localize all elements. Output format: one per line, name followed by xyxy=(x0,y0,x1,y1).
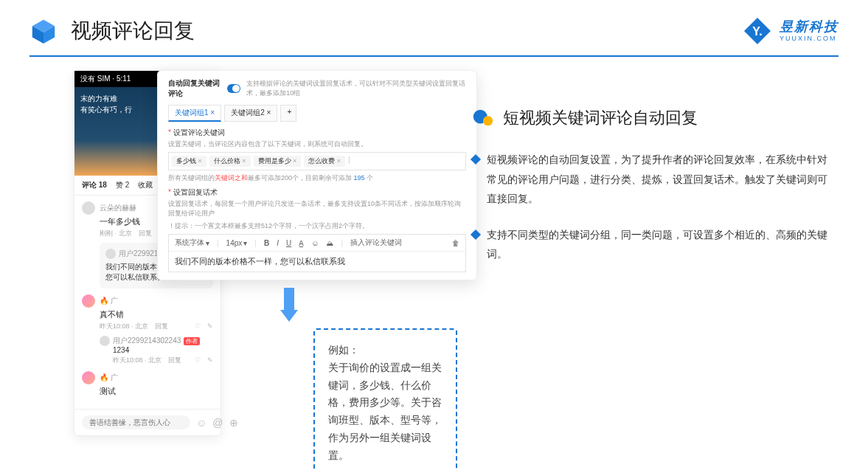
hint-charlimit: ！提示：一个富文本框最多支持512个字符，一个汉字占用2个字符。 xyxy=(168,221,466,231)
sub-reply: 用户2299214302243作者 1234 昨天10:08 · 北京 回复♡ … xyxy=(100,336,213,365)
brand-logo: Y. 昱新科技 YUUXIN.COM xyxy=(743,16,839,46)
heart-icon[interactable]: ♡ ✎ xyxy=(195,322,213,331)
keyword-tab-1[interactable]: 关键词组1 × xyxy=(168,105,221,122)
comment-user: 云朵的赫赫 xyxy=(100,203,136,213)
avatar xyxy=(82,201,95,215)
gift-icon[interactable]: ⊕ xyxy=(229,417,238,429)
underline-button[interactable]: U xyxy=(286,239,291,247)
arrow-icon xyxy=(280,288,298,323)
color-button[interactable]: A̲ xyxy=(299,239,304,247)
at-icon[interactable]: @ xyxy=(212,417,223,429)
cube-icon xyxy=(29,17,58,45)
emoji-button[interactable]: ☺ xyxy=(311,239,319,247)
label-reply: 设置回复话术 xyxy=(168,187,466,198)
editor-content[interactable]: 我们不同的版本价格不一样，您可以私信联系我 xyxy=(169,252,465,272)
logo-text-en: YUUXIN.COM xyxy=(780,35,839,42)
page-title: 视频评论回复 xyxy=(71,17,195,45)
hint-reply: 设置回复话术，每回复一个用户评论只发送一条话术，最多支持设置10条不同话术，按添… xyxy=(168,199,466,218)
insert-keyword-button[interactable]: 插入评论关键词 xyxy=(350,238,402,248)
delete-button[interactable]: 🗑 xyxy=(452,239,459,247)
bold-button[interactable]: B xyxy=(264,239,269,247)
comment-text: 测试 xyxy=(100,386,213,397)
comment-meta: 昨天10:08 · 北京 回复♡ ✎ xyxy=(113,356,213,365)
tab-favs[interactable]: 收藏 xyxy=(138,180,153,190)
logo-text-cn: 昱新科技 xyxy=(780,20,839,33)
panel-desc: 支持根据评论的关键词设置回复话术，可以针对不同类型关键词设置回复话术，最多添加1… xyxy=(246,79,466,98)
keyword-chips[interactable]: 多少钱 什么价格 费用是多少 怎么收费 | xyxy=(168,152,466,170)
size-select[interactable]: 14px ▾ xyxy=(226,239,248,247)
comment-item: 🔥 广 测试 xyxy=(82,371,213,397)
example-box: 例如： 关于询价的设置成一组关键词，多少钱、什么价格，费用多少等。关于咨询班型、… xyxy=(313,328,457,470)
example-heading: 例如： xyxy=(328,342,442,359)
editor: 系统字体 ▾ | 14px ▾ | B I U A̲ ☺ ⛰ | 插入评论关键词… xyxy=(168,234,466,272)
reply-user: 用户2299214302243 xyxy=(113,336,181,346)
font-select[interactable]: 系统字体 ▾ xyxy=(175,238,209,248)
bullet-text: 支持不同类型的关键词分组，同一类问题，可设置多个相近的、高频的关键词。 xyxy=(487,225,831,264)
heart-icon[interactable]: ♡ ✎ xyxy=(195,356,213,365)
right-column: 短视频关键词评论自动回复 短视频评论的自动回复设置，为了提升作者的评论回复效率，… xyxy=(472,107,831,280)
image-button[interactable]: ⛰ xyxy=(326,239,333,247)
section-title: 短视频关键词评论自动回复 xyxy=(503,107,698,129)
hint-keywords: 设置关键词，当评论区内容包含了以下关键词，则系统可自动回复。 xyxy=(168,139,466,149)
avatar xyxy=(82,371,95,384)
auto-reply-toggle[interactable] xyxy=(227,84,240,93)
bullet-item: 短视频评论的自动回复设置，为了提升作者的评论回复效率，在系统中针对常见的评论用户… xyxy=(472,150,831,209)
reply-text: 1234 xyxy=(113,346,213,354)
keyword-note: 所有关键词组的关键词之和最多可添加200个，目前剩余可添加 195 个 xyxy=(168,173,466,183)
settings-panel: 自动回复关键词评论 支持根据评论的关键词设置回复话术，可以针对不同类型关键词设置… xyxy=(157,70,477,280)
header-divider xyxy=(29,55,839,57)
avatar xyxy=(105,249,116,259)
svg-point-6 xyxy=(483,116,493,125)
diamond-icon xyxy=(471,229,481,240)
bullet-text: 短视频评论的自动回复设置，为了提升作者的评论回复效率，在系统中针对常见的评论用户… xyxy=(487,150,831,209)
editor-toolbar: 系统字体 ▾ | 14px ▾ | B I U A̲ ☺ ⛰ | 插入评论关键词… xyxy=(169,235,465,252)
comment-user: 🔥 广 xyxy=(100,296,118,306)
author-tag: 作者 xyxy=(184,337,200,345)
example-body: 关于询价的设置成一组关键词，多少钱、什么价格，费用多少等。关于咨询班型、版本、型… xyxy=(328,359,442,465)
header: 视频评论回复 Y. 昱新科技 YUUXIN.COM xyxy=(29,16,839,46)
chip[interactable]: 什么价格 xyxy=(209,156,251,167)
comment-input[interactable] xyxy=(82,415,190,429)
diamond-icon xyxy=(471,154,481,165)
comment-text: 真不错 xyxy=(100,309,213,320)
bubble-icon xyxy=(472,107,494,129)
comment-user: 🔥 广 xyxy=(100,373,118,383)
comment-input-bar: ☺ @ ⊕ xyxy=(74,409,221,435)
chip[interactable]: 费用是多少 xyxy=(254,156,302,167)
tab-comments[interactable]: 评论 18 xyxy=(82,180,107,190)
bullet-item: 支持不同类型的关键词分组，同一类问题，可设置多个相近的、高频的关键词。 xyxy=(472,225,831,264)
panel-title: 自动回复关键词评论 xyxy=(168,78,221,99)
avatar xyxy=(82,294,95,308)
label-keywords: 设置评论关键词 xyxy=(168,128,466,138)
avatar xyxy=(100,336,110,346)
italic-button[interactable]: I xyxy=(277,239,279,247)
comment-item: 🔥 广 真不错 昨天10:08 · 北京 回复♡ ✎ 用户22992143022… xyxy=(82,294,213,365)
logo-icon: Y. xyxy=(743,16,772,46)
chip[interactable]: 多少钱 xyxy=(172,156,206,167)
emoji-icon[interactable]: ☺ xyxy=(196,417,206,429)
svg-text:Y.: Y. xyxy=(752,25,762,38)
keyword-tab-2[interactable]: 关键词组2 × xyxy=(224,105,277,122)
tab-likes[interactable]: 赞 2 xyxy=(116,180,129,190)
chip[interactable]: 怎么收费 xyxy=(304,156,345,167)
add-tab-button[interactable]: + xyxy=(280,105,296,122)
comment-meta: 昨天10:08 · 北京 回复♡ ✎ xyxy=(100,322,213,331)
